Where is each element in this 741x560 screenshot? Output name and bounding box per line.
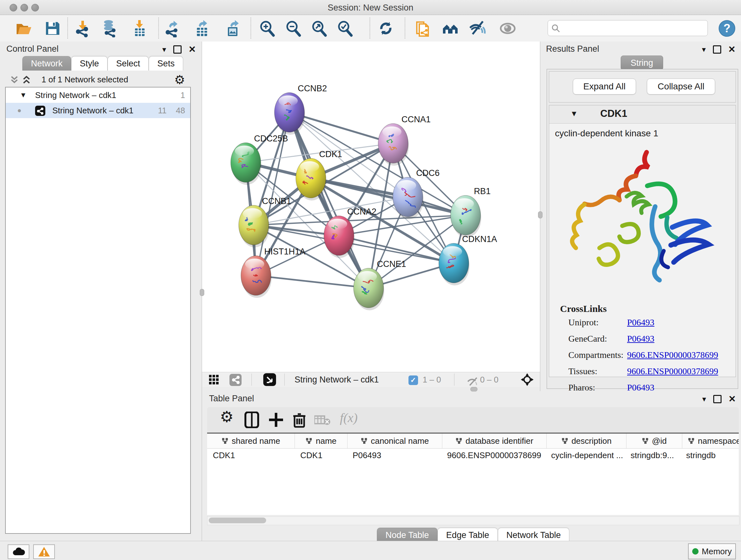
column-header-database-identifier[interactable]: database identifier: [442, 434, 547, 448]
expand-all-button[interactable]: Expand All: [573, 78, 636, 95]
memory-button[interactable]: Memory: [688, 543, 736, 559]
panel-float-icon[interactable]: [173, 45, 182, 54]
refresh-icon[interactable]: [377, 19, 395, 37]
chevron-down-icon[interactable]: ▼: [20, 87, 27, 103]
open-session-icon[interactable]: [15, 19, 32, 37]
crosslink-link[interactable]: 9606.ENSP00000378699: [627, 350, 718, 360]
warnings-button[interactable]: [33, 544, 55, 559]
column-header-namespace[interactable]: namespace: [682, 434, 739, 448]
panel-close-icon[interactable]: ✕: [728, 44, 736, 55]
crosslink-link[interactable]: 9606.ENSP00000378699: [627, 366, 718, 376]
cloud-button[interactable]: [8, 544, 29, 559]
crosslink-link[interactable]: P06493: [627, 317, 655, 327]
table-settings-gear-icon[interactable]: ⚙: [220, 408, 233, 426]
save-session-icon[interactable]: [44, 19, 61, 37]
collapse-all-icon[interactable]: [9, 75, 20, 85]
import-database-icon[interactable]: [101, 19, 119, 37]
delete-column-icon[interactable]: [292, 412, 307, 429]
scrollbar-thumb[interactable]: [209, 517, 266, 523]
edge-HIST1H1A-CCNE1[interactable]: [256, 275, 368, 288]
gear-icon[interactable]: ⚙: [174, 73, 185, 87]
node-RB1[interactable]: [451, 195, 481, 238]
search-input[interactable]: [563, 22, 705, 34]
network-collection-row[interactable]: ▼ String Network – cdk1 1: [6, 87, 190, 103]
tab-network[interactable]: Network: [22, 56, 71, 71]
table-horizontal-scrollbar[interactable]: [207, 516, 739, 525]
column-header-shared-name[interactable]: shared name: [207, 434, 295, 448]
network-canvas[interactable]: CCNB2CCNA1CDC25BCDK1CDC6RB1CCNB1CCNA2CDK…: [202, 42, 540, 387]
table-row[interactable]: CDK1CDK1P064939606.ENSP00000378699cyclin…: [207, 449, 739, 462]
tab-edge-table[interactable]: Edge Table: [437, 528, 498, 542]
grid-view-icon[interactable]: [209, 375, 219, 386]
add-column-icon[interactable]: [268, 412, 284, 429]
table-cell[interactable]: 9606.ENSP00000378699: [441, 449, 545, 462]
tab-node-table[interactable]: Node Table: [377, 528, 437, 542]
right-splitter-handle[interactable]: [538, 211, 542, 219]
node-HIST1H1A[interactable]: [241, 256, 272, 298]
zoom-selected-icon[interactable]: [336, 19, 354, 37]
tab-select[interactable]: Select: [108, 56, 149, 71]
column-header-description[interactable]: description: [547, 434, 626, 448]
table-cell[interactable]: stringdb: [680, 449, 739, 462]
export-network-icon[interactable]: [163, 19, 181, 37]
panel-collapse-icon[interactable]: ▾: [702, 45, 705, 54]
table-cell[interactable]: CDK1: [207, 449, 294, 462]
node-CCNB1[interactable]: [239, 205, 269, 247]
help-icon[interactable]: ?: [718, 19, 736, 37]
zoom-in-icon[interactable]: [258, 19, 276, 37]
edge-CCNB2-CCNE1[interactable]: [289, 112, 368, 288]
birdseye-toggle-icon[interactable]: [263, 373, 276, 387]
column-header-name[interactable]: name: [295, 434, 347, 448]
gene-section-header[interactable]: ▼ CDK1: [549, 105, 736, 124]
table-cell[interactable]: CDK1: [294, 449, 347, 462]
tab-network-table[interactable]: Network Table: [498, 528, 569, 542]
node-CCNE1[interactable]: [354, 268, 384, 310]
show-columns-icon[interactable]: [244, 412, 259, 429]
table-cell[interactable]: P06493: [347, 449, 441, 462]
clear-table-icon[interactable]: [314, 415, 331, 427]
network-share-view-icon[interactable]: [229, 374, 242, 387]
first-neighbors-icon[interactable]: [442, 19, 460, 37]
selected-nodes-indicator[interactable]: ✓ 1 – 0: [408, 375, 441, 385]
panel-close-icon[interactable]: ✕: [729, 394, 736, 404]
panel-collapse-icon[interactable]: ▾: [162, 45, 166, 54]
node-CCNB2[interactable]: [274, 92, 305, 135]
fit-content-icon[interactable]: [520, 373, 534, 388]
column-header--id[interactable]: @id: [626, 434, 682, 448]
show-all-icon[interactable]: [499, 19, 517, 37]
crosslink-link[interactable]: P06493: [627, 334, 655, 344]
column-header-canonical-name[interactable]: canonical name: [347, 434, 442, 448]
node-CDK1[interactable]: [296, 159, 327, 200]
zoom-fit-icon[interactable]: [310, 19, 328, 37]
hide-selected-icon[interactable]: [469, 19, 487, 37]
export-image-icon[interactable]: [224, 19, 242, 37]
expand-all-icon[interactable]: [21, 75, 32, 85]
import-network-icon[interactable]: [74, 19, 91, 37]
network-row-selected[interactable]: ● String Network – cdk1 11 48: [6, 103, 190, 118]
panel-float-icon[interactable]: [713, 45, 721, 54]
search-field[interactable]: [548, 20, 708, 36]
network-graph[interactable]: CCNB2CCNA1CDC25BCDK1CDC6RB1CCNB1CCNA2CDK…: [202, 42, 540, 372]
tab-style[interactable]: Style: [71, 56, 108, 71]
node-CDKN1A[interactable]: [439, 243, 469, 286]
node-CDC25B[interactable]: [231, 143, 261, 185]
tab-string[interactable]: String: [621, 56, 663, 70]
table-cell[interactable]: stringdb:9...: [625, 449, 680, 462]
string-import-icon[interactable]: [414, 19, 432, 37]
left-splitter-handle[interactable]: [200, 289, 204, 296]
bottom-splitter-handle[interactable]: [470, 387, 477, 391]
chevron-down-icon[interactable]: ▼: [570, 109, 578, 118]
function-builder-icon[interactable]: f(x): [340, 410, 358, 425]
hidden-nodes-indicator[interactable]: 0 – 0: [467, 375, 498, 386]
node-CDC6[interactable]: [393, 177, 423, 219]
collapse-all-button[interactable]: Collapse All: [647, 78, 715, 95]
panel-close-icon[interactable]: ✕: [189, 44, 196, 55]
panel-float-icon[interactable]: [713, 395, 722, 403]
table-cell[interactable]: cyclin-dependent ...: [545, 449, 625, 462]
import-table-icon[interactable]: [131, 19, 148, 37]
zoom-out-icon[interactable]: [284, 19, 302, 37]
tab-sets[interactable]: Sets: [149, 56, 183, 71]
export-table-icon[interactable]: [193, 19, 211, 37]
node-CCNA2[interactable]: [324, 216, 354, 258]
panel-collapse-icon[interactable]: ▾: [702, 395, 706, 403]
